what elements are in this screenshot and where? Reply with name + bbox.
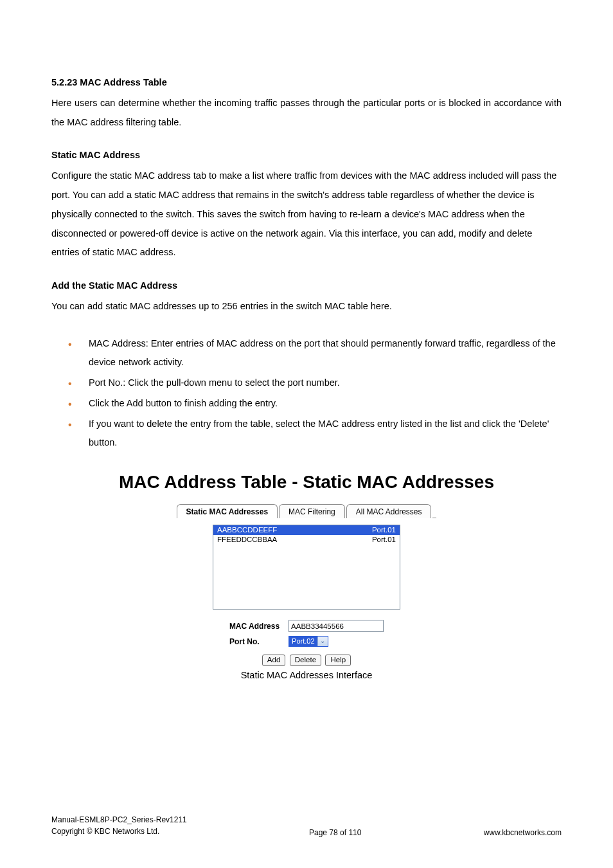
tab-mac-filtering[interactable]: MAC Filtering: [279, 504, 345, 518]
bullet-item: Port No.: Click the pull-down menu to se…: [51, 374, 562, 393]
list-mac: AABBCCDDEEFF: [217, 525, 277, 535]
footer-url: www.kbcnetworks.com: [484, 828, 562, 837]
button-row: Add Delete Help: [107, 653, 506, 666]
port-no-value: Port.02: [289, 637, 317, 646]
list-port: Port.01: [372, 525, 396, 535]
figure-caption: Static MAC Addresses Interface: [107, 670, 506, 680]
bullet-list: MAC Address: Enter entries of MAC addres…: [51, 334, 562, 453]
form-table: MAC Address Port No. Port.02 ⌄: [224, 617, 389, 649]
tabs-row: Static MAC Addresses MAC Filtering All M…: [107, 504, 506, 518]
section-para-2: Configure the static MAC address tab to …: [51, 167, 562, 262]
tab-all-mac[interactable]: All MAC Addresses: [346, 504, 432, 518]
list-item[interactable]: FFEEDDCCBBAA Port.01: [213, 535, 400, 545]
help-button[interactable]: Help: [325, 655, 351, 666]
page-footer: Manual-ESML8P-PC2_Series-Rev1211 Copyrig…: [51, 814, 562, 837]
list-mac: FFEEDDCCBBAA: [217, 535, 277, 545]
section-para-1: Here users can determine whether the inc…: [51, 94, 562, 132]
section-para-3: You can add static MAC addresses up to 2…: [51, 297, 562, 316]
footer-left-2: Copyright © KBC Networks Ltd.: [51, 827, 159, 836]
figure-title: MAC Address Table - Static MAC Addresses: [51, 472, 562, 493]
footer-left-1: Manual-ESML8P-PC2_Series-Rev1211: [51, 815, 187, 824]
list-item[interactable]: AABBCCDDEEFF Port.01: [213, 525, 400, 535]
mac-address-input[interactable]: [289, 620, 384, 632]
list-port: Port.01: [372, 535, 396, 545]
mac-address-label: MAC Address: [226, 619, 283, 633]
footer-page-number: Page 78 of 110: [309, 828, 361, 837]
mac-listbox[interactable]: AABBCCDDEEFF Port.01 FFEEDDCCBBAA Port.0…: [213, 525, 400, 610]
add-button[interactable]: Add: [262, 655, 285, 666]
bullet-item: If you want to delete the entry from the…: [51, 415, 562, 453]
section-heading-2: Static MAC Address: [51, 150, 562, 160]
section-heading-1: 5.2.23 MAC Address Table: [51, 77, 562, 87]
figure: MAC Address Table - Static MAC Addresses…: [51, 472, 562, 680]
port-no-select[interactable]: Port.02 ⌄: [289, 636, 328, 647]
port-no-label: Port No.: [226, 635, 283, 648]
section-heading-3: Add the Static MAC Address: [51, 280, 562, 291]
bullet-item: Click the Add button to finish adding th…: [51, 394, 562, 413]
chevron-down-icon: ⌄: [317, 637, 328, 646]
tab-static-mac[interactable]: Static MAC Addresses: [177, 504, 278, 518]
bullet-item: MAC Address: Enter entries of MAC addres…: [51, 334, 562, 372]
delete-button[interactable]: Delete: [290, 655, 321, 666]
